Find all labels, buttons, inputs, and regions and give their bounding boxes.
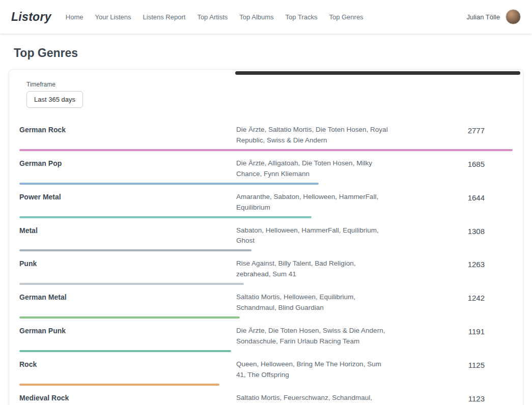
genre-listen-count: 2777 — [436, 125, 513, 135]
genre-progress-bar — [19, 149, 513, 151]
genre-name: Power Metal — [19, 192, 236, 201]
top-genres-card: Timeframe Last 365 days German Rock Die … — [9, 69, 523, 405]
genre-listen-count: 1123 — [436, 393, 513, 403]
genre-progress-bar — [19, 216, 312, 218]
genre-artists-list: Queen, Helloween, Bring Me The Horizon, … — [236, 359, 436, 381]
timeframe-select-button[interactable]: Last 365 days — [26, 91, 83, 108]
genre-name: Rock — [19, 359, 236, 368]
nav-item-top-albums[interactable]: Top Albums — [239, 13, 273, 21]
genre-name: Metal — [19, 225, 236, 235]
nav-item-your-listens[interactable]: Your Listens — [95, 13, 131, 21]
genre-row[interactable]: German Rock Die Ärzte, Saltatio Mortis, … — [19, 121, 513, 155]
genre-progress-bar — [19, 384, 219, 386]
genre-row[interactable]: Rock Queen, Helloween, Bring Me The Hori… — [19, 356, 513, 389]
genre-listen-count: 1644 — [436, 192, 513, 202]
nav-item-top-artists[interactable]: Top Artists — [197, 13, 228, 21]
genre-name: German Punk — [19, 326, 236, 335]
top-navigation: Listory Home Your Listens Listens Report… — [0, 0, 532, 34]
page-title: Top Genres — [14, 46, 532, 60]
user-menu[interactable]: Julian Tölle — [466, 9, 521, 24]
genre-artists-list: Die Ärzte, Saltatio Mortis, Die Toten Ho… — [236, 125, 436, 146]
genre-artists-list: Rise Against, Billy Talent, Bad Religion… — [236, 258, 436, 280]
genre-listen-count: 1263 — [436, 258, 513, 269]
user-name: Julian Tölle — [466, 13, 500, 21]
genre-row[interactable]: Power Metal Amaranthe, Sabaton, Hellowee… — [19, 188, 513, 222]
genre-row[interactable]: Punk Rise Against, Billy Talent, Bad Rel… — [19, 255, 513, 288]
nav-item-top-tracks[interactable]: Top Tracks — [286, 13, 318, 21]
genre-table: German Rock Die Ärzte, Saltatio Mortis, … — [19, 121, 513, 405]
genre-row[interactable]: German Metal Saltatio Mortis, Helloween,… — [19, 288, 513, 322]
nav-item-top-genres[interactable]: Top Genres — [329, 13, 363, 21]
genre-progress-bar — [19, 283, 244, 285]
genre-artists-list: Sabaton, Helloween, HammerFall, Equilibr… — [236, 225, 436, 247]
horizontal-scrollbar-thumb[interactable] — [235, 71, 520, 75]
genre-listen-count: 1308 — [436, 225, 513, 236]
timeframe-label: Timeframe — [26, 81, 513, 88]
genre-artists-list: Saltatio Mortis, Helloween, Equilibrium,… — [236, 292, 436, 313]
genre-name: German Pop — [19, 158, 236, 167]
genre-name: German Rock — [19, 125, 236, 134]
genre-name: Punk — [19, 258, 236, 268]
genre-artists-list: Die Ärzte, Die Toten Hosen, Swiss & Die … — [236, 326, 436, 347]
genre-row[interactable]: Metal Sabaton, Helloween, HammerFall, Eq… — [19, 222, 513, 255]
genre-artists-list: Die Ärzte, Alligatoah, Die Toten Hosen, … — [236, 158, 436, 180]
genre-row[interactable]: Medieval Rock Saltatio Mortis, Feuerschw… — [19, 389, 513, 405]
genre-progress-bar — [19, 249, 251, 251]
genre-listen-count: 1685 — [436, 158, 513, 168]
user-avatar[interactable] — [506, 9, 521, 24]
genre-artists-list: Saltatio Mortis, Feuerschwanz, Schandmau… — [236, 393, 436, 405]
nav-item-home[interactable]: Home — [66, 13, 83, 21]
genre-artists-list: Amaranthe, Sabaton, Helloween, HammerFal… — [236, 192, 436, 213]
app-logo[interactable]: Listory — [11, 10, 51, 24]
genre-progress-bar — [19, 350, 231, 352]
genre-name: Medieval Rock — [19, 393, 236, 402]
genre-listen-count: 1242 — [436, 292, 513, 302]
genre-progress-bar — [19, 183, 319, 185]
nav-links: Home Your Listens Listens Report Top Art… — [66, 13, 363, 21]
genre-row[interactable]: German Punk Die Ärzte, Die Toten Hosen, … — [19, 322, 513, 356]
genre-listen-count: 1191 — [436, 326, 513, 336]
genre-progress-bar — [19, 316, 240, 319]
nav-item-listens-report[interactable]: Listens Report — [143, 13, 186, 21]
genre-row[interactable]: German Pop Die Ärzte, Alligatoah, Die To… — [19, 155, 513, 188]
genre-listen-count: 1125 — [436, 359, 513, 369]
genre-name: German Metal — [19, 292, 236, 301]
